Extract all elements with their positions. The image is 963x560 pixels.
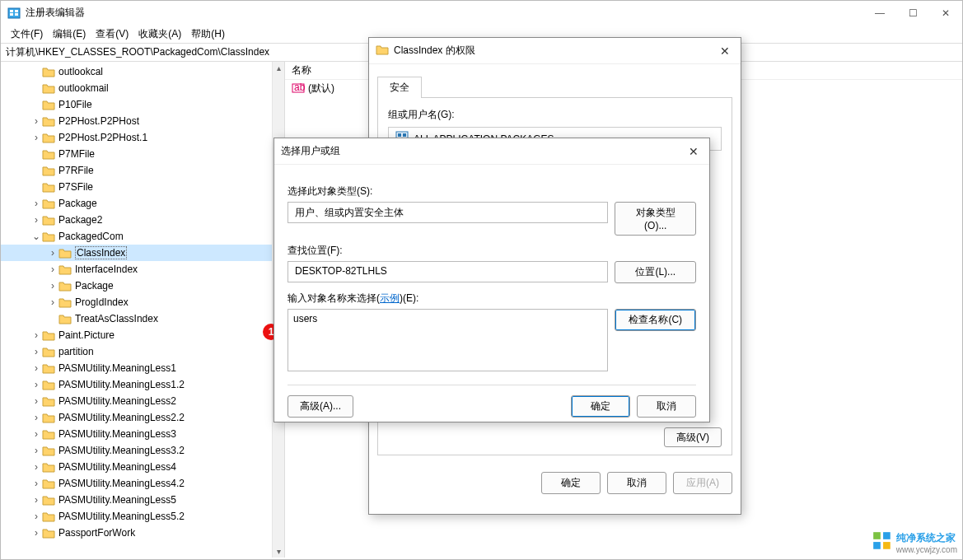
tree-item-label: PASMUtility.MeaningLess3 — [58, 428, 176, 440]
expand-icon[interactable]: › — [30, 329, 42, 341]
menu-file[interactable]: 文件(F) — [6, 26, 48, 43]
expand-icon[interactable]: › — [30, 445, 42, 456]
expand-icon[interactable]: › — [30, 362, 42, 374]
tree-item-p2phost-p2phost-1[interactable]: ›P2PHost.P2PHost.1 — [1, 129, 284, 146]
maximize-button[interactable]: ☐ — [896, 1, 929, 25]
tree-item-classindex[interactable]: ›ClassIndex — [1, 245, 284, 261]
expand-icon[interactable]: › — [47, 264, 58, 275]
object-names-input[interactable]: users — [287, 309, 608, 371]
check-names-button[interactable]: 检查名称(C) — [615, 309, 696, 331]
select-cancel-button[interactable]: 取消 — [637, 395, 696, 418]
expand-icon[interactable]: ⌄ — [30, 231, 42, 242]
tree-item-pasmutility-meaningless3-2[interactable]: ›PASMUtility.MeaningLess3.2 — [1, 442, 284, 459]
minimize-button[interactable]: — — [863, 1, 896, 25]
tree-item-p7sfile[interactable]: P7SFile — [1, 179, 284, 195]
expand-icon[interactable]: › — [30, 461, 42, 473]
tab-security[interactable]: 安全 — [377, 77, 422, 98]
expand-icon[interactable]: › — [30, 379, 42, 390]
tree-item-pasmutility-meaningless4[interactable]: ›PASMUtility.MeaningLess4 — [1, 459, 284, 475]
location-label: 查找位置(F): — [287, 244, 696, 258]
permissions-close-button[interactable]: ✕ — [709, 38, 741, 63]
expand-icon[interactable]: › — [30, 494, 42, 506]
tree-item-package[interactable]: ›Package — [1, 195, 284, 212]
tree-item-p7rfile[interactable]: P7RFile — [1, 162, 284, 179]
tree-item-packagedcom[interactable]: ⌄PackagedCom — [1, 228, 284, 245]
object-types-button[interactable]: 对象类型(O)... — [615, 202, 696, 236]
expand-icon[interactable]: › — [30, 115, 42, 127]
permissions-advanced-button[interactable]: 高级(V) — [664, 427, 722, 447]
tree-item-pasmutility-meaningless3[interactable]: ›PASMUtility.MeaningLess3 — [1, 426, 284, 442]
tree-item-passportforwork[interactable]: ›PassportForWork — [1, 525, 284, 541]
regedit-icon — [7, 7, 21, 20]
scroll-up-icon[interactable]: ▴ — [277, 62, 281, 74]
tree-item-pasmutility-meaningless2-2[interactable]: ›PASMUtility.MeaningLess2.2 — [1, 409, 284, 426]
tree-item-package[interactable]: ›Package — [1, 278, 284, 294]
folder-icon — [58, 279, 72, 292]
object-type-field: 用户、组或内置安全主体 — [287, 202, 608, 223]
tree-item-p2phost-p2phost[interactable]: ›P2PHost.P2PHost — [1, 113, 284, 129]
folder-icon — [42, 65, 55, 78]
tree-item-label: PASMUtility.MeaningLess5.2 — [58, 511, 185, 522]
tree-item-label: P2PHost.P2PHost.1 — [58, 132, 147, 143]
permissions-ok-button[interactable]: 确定 — [541, 472, 601, 494]
names-label: 输入对象名称来选择(示例)(E): — [287, 292, 696, 306]
expand-icon[interactable]: › — [47, 247, 58, 259]
expand-icon[interactable]: › — [30, 346, 42, 357]
tree-item-p7mfile[interactable]: P7MFile — [1, 146, 284, 162]
menu-edit[interactable]: 编辑(E) — [48, 26, 91, 43]
tree-item-label: TreatAsClassIndex — [75, 313, 158, 324]
folder-icon — [42, 82, 55, 95]
expand-icon[interactable]: › — [30, 478, 42, 489]
tree-item-pasmutility-meaningless1[interactable]: ›PASMUtility.MeaningLess1 — [1, 360, 284, 376]
address-text: 计算机\HKEY_CLASSES_ROOT\PackagedCom\ClassI… — [6, 45, 269, 59]
expand-icon[interactable]: › — [30, 511, 42, 522]
locations-button[interactable]: 位置(L)... — [615, 261, 696, 283]
tree-item-pasmutility-meaningless5-2[interactable]: ›PASMUtility.MeaningLess5.2 — [1, 508, 284, 525]
tree-item-label: P7RFile — [58, 165, 94, 176]
expand-icon[interactable]: › — [30, 428, 42, 440]
tree-item-treatasclassindex[interactable]: TreatAsClassIndex — [1, 310, 284, 327]
tree-item-pasmutility-meaningless4-2[interactable]: ›PASMUtility.MeaningLess4.2 — [1, 475, 284, 492]
expand-icon[interactable]: › — [47, 280, 58, 292]
menu-view[interactable]: 查看(V) — [91, 26, 133, 43]
tree-item-pasmutility-meaningless5[interactable]: ›PASMUtility.MeaningLess5 — [1, 492, 284, 508]
expand-icon[interactable]: › — [30, 527, 42, 539]
expand-icon[interactable]: › — [30, 198, 42, 209]
tree-item-label: ProgIdIndex — [75, 296, 129, 308]
tree-item-progidindex[interactable]: ›ProgIdIndex — [1, 294, 284, 310]
tree-item-p10file[interactable]: P10File — [1, 96, 284, 113]
window-titlebar: 注册表编辑器 — ☐ ✕ — [1, 1, 962, 26]
tree-item-interfaceindex[interactable]: ›InterfaceIndex — [1, 261, 284, 278]
permissions-cancel-button[interactable]: 取消 — [607, 472, 666, 494]
watermark: 纯净系统之家 www.ycwjzy.com — [872, 530, 957, 554]
tree-item-pasmutility-meaningless2[interactable]: ›PASMUtility.MeaningLess2 — [1, 393, 284, 409]
tree-item-label: ClassIndex — [75, 246, 127, 259]
close-button[interactable]: ✕ — [929, 1, 962, 25]
tree-item-paint-picture[interactable]: ›Paint.Picture — [1, 327, 284, 343]
tree-item-pasmutility-meaningless1-2[interactable]: ›PASMUtility.MeaningLess1.2 — [1, 376, 284, 393]
tree-item-label: Package2 — [58, 214, 102, 226]
folder-icon — [42, 131, 55, 144]
select-close-button[interactable]: ✕ — [678, 138, 709, 164]
tree-item-label: PASMUtility.MeaningLess1 — [58, 362, 176, 374]
folder-icon — [42, 345, 55, 358]
expand-icon[interactable]: › — [30, 214, 42, 226]
menu-favorites[interactable]: 收藏夹(A) — [133, 26, 186, 43]
example-link[interactable]: 示例 — [380, 292, 400, 304]
folder-icon — [42, 427, 55, 441]
scroll-down-icon[interactable]: ▾ — [277, 545, 281, 558]
expand-icon[interactable]: › — [30, 395, 42, 407]
tree-item-outlookmail[interactable]: outlookmail — [1, 80, 284, 96]
select-dialog: 选择用户或组 ✕ 选择此对象类型(S): 用户、组或内置安全主体 对象类型(O)… — [273, 138, 710, 422]
expand-icon[interactable]: › — [30, 132, 42, 143]
select-ok-button[interactable]: 确定 — [571, 395, 630, 418]
expand-icon[interactable]: › — [47, 296, 58, 308]
select-advanced-button[interactable]: 高级(A)... — [287, 395, 353, 418]
expand-icon[interactable]: › — [30, 412, 42, 423]
folder-icon — [42, 526, 55, 539]
menu-help[interactable]: 帮助(H) — [186, 26, 230, 43]
tree-item-partition[interactable]: ›partition — [1, 343, 284, 360]
tree-item-outlookcal[interactable]: outlookcal — [1, 63, 284, 80]
tree-item-package2[interactable]: ›Package2 — [1, 212, 284, 228]
group-users-label: 组或用户名(G): — [388, 108, 722, 122]
